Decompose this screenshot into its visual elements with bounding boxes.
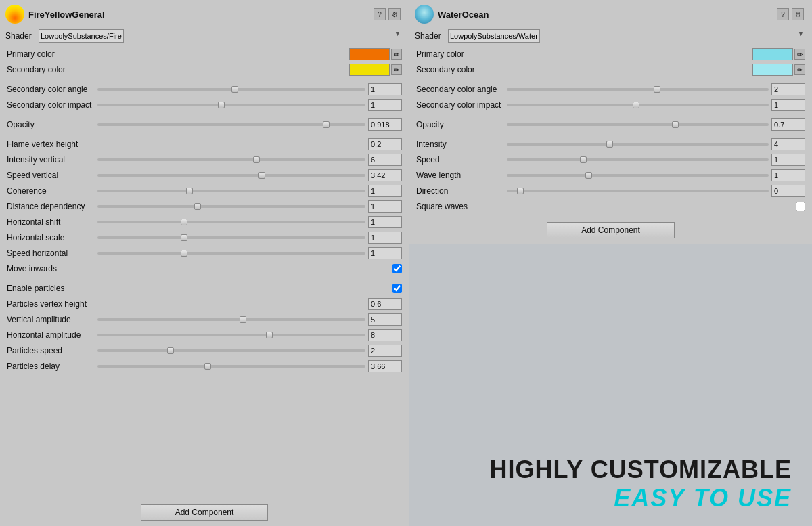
fire-speed-horiz-label: Speed horizontal [7, 248, 95, 258]
water-wavelength-row: Wave length 1 [416, 169, 805, 182]
fire-secondary-color-label: Secondary color [7, 65, 95, 74]
fire-intensity-vert-slider[interactable] [97, 155, 365, 165]
fire-info-icon[interactable]: ? [374, 8, 386, 20]
fire-panel-header: FireYellowGeneral ? ⚙ [3, 3, 406, 26]
water-primary-color-row: Primary color ✏ [416, 47, 805, 61]
fire-sec-impact-value: 1 [368, 99, 402, 111]
fire-speed-vert-slider[interactable] [97, 171, 365, 180]
fire-particles-vertex-value: 0.6 [368, 298, 402, 310]
fire-panel-body: Primary color ✏ Secondary color ✏ Second… [3, 46, 406, 499]
fire-sec-impact-row: Secondary color impact 1 [7, 98, 402, 112]
fire-particles-speed-value: 2 [368, 345, 402, 357]
fire-sec-angle-slider[interactable] [97, 85, 365, 94]
fire-icon [5, 5, 24, 24]
water-shader-row: Shader LowpolySubstances/Water [412, 28, 809, 44]
water-speed-label: Speed [416, 155, 504, 165]
water-sec-angle-slider[interactable] [507, 85, 769, 94]
fire-speed-horiz-row: Speed horizontal 1 [7, 246, 402, 260]
fire-vert-amp-slider[interactable] [97, 315, 365, 324]
fire-particles-delay-slider[interactable] [97, 361, 365, 371]
water-info-icon[interactable]: ? [777, 8, 789, 20]
fire-particles-delay-label: Particles delay [7, 361, 95, 371]
fire-dist-dep-label: Distance dependency [7, 202, 95, 211]
water-primary-pencil[interactable]: ✏ [794, 49, 805, 60]
fire-coherence-row: Coherence 1 [7, 184, 402, 198]
fire-shader-select-wrapper: LowpolySubstances/Fire [39, 29, 403, 43]
fire-horiz-shift-slider[interactable] [97, 217, 365, 227]
fire-particles-speed-label: Particles speed [7, 346, 95, 355]
fire-vert-amp-row: Vertical amplitude 5 [7, 313, 402, 326]
water-panel-body: Primary color ✏ Secondary color ✏ Second… [412, 46, 809, 217]
water-speed-value: 1 [771, 154, 805, 166]
water-opacity-row: Opacity 0.7 [416, 118, 805, 131]
water-panel-header: WaterOcean ? ⚙ [412, 3, 809, 26]
fire-enable-particles-checkbox[interactable] [392, 284, 402, 293]
promo-line2: EASY TO USE [614, 484, 792, 512]
water-sec-angle-value: 2 [771, 83, 805, 95]
fire-horiz-scale-label: Horizontal scale [7, 233, 95, 242]
water-panel: WaterOcean ? ⚙ Shader LowpolySubstances/… [409, 0, 812, 244]
fire-horiz-amp-slider[interactable] [97, 330, 365, 340]
water-direction-label: Direction [416, 186, 504, 196]
fire-speed-horiz-slider[interactable] [97, 248, 365, 258]
water-square-waves-checkbox[interactable] [796, 202, 805, 211]
fire-move-inwards-checkbox[interactable] [392, 264, 402, 273]
fire-primary-color-label: Primary color [7, 49, 95, 59]
fire-primary-color-row: Primary color ✏ [7, 47, 402, 61]
fire-particles-vertex-row: Particles vertex height 0.6 [7, 297, 402, 311]
water-secondary-pencil[interactable]: ✏ [794, 64, 805, 75]
water-panel-title: WaterOcean [438, 9, 777, 20]
fire-enable-particles-row: Enable particles [7, 282, 402, 295]
fire-speed-vert-label: Speed vertical [7, 171, 95, 180]
fire-secondary-swatch[interactable] [349, 64, 390, 76]
fire-particles-delay-value: 3.66 [368, 360, 402, 372]
water-secondary-swatch[interactable] [752, 64, 793, 76]
fire-primary-pencil[interactable]: ✏ [391, 49, 402, 60]
water-intensity-value: 4 [771, 138, 805, 150]
water-direction-slider[interactable] [507, 186, 769, 196]
fire-shader-select[interactable]: LowpolySubstances/Fire [39, 29, 124, 43]
water-direction-row: Direction 0 [416, 184, 805, 198]
fire-sec-angle-value: 1 [368, 83, 402, 95]
fire-primary-swatch[interactable] [349, 48, 390, 60]
fire-sec-angle-label: Secondary color angle [7, 85, 95, 94]
water-opacity-slider[interactable] [507, 120, 769, 129]
water-speed-slider[interactable] [507, 155, 769, 165]
water-square-waves-label: Square waves [416, 202, 504, 211]
water-primary-color-label: Primary color [416, 49, 504, 59]
fire-coherence-label: Coherence [7, 186, 95, 196]
fire-dist-dep-slider[interactable] [97, 202, 365, 211]
fire-sec-impact-label: Secondary color impact [7, 100, 95, 110]
water-speed-row: Speed 1 [416, 153, 805, 167]
fire-speed-horiz-value: 1 [368, 247, 402, 259]
water-intensity-slider[interactable] [507, 139, 769, 149]
water-settings-icon[interactable]: ⚙ [792, 8, 804, 20]
water-primary-swatch[interactable] [752, 48, 793, 60]
fire-settings-icon[interactable]: ⚙ [388, 8, 401, 20]
water-opacity-label: Opacity [416, 120, 504, 129]
fire-flame-vertex-row: Flame vertex height 0.2 [7, 137, 402, 151]
fire-horiz-shift-label: Horizontal shift [7, 217, 95, 227]
fire-horiz-amp-label: Horizontal amplitude [7, 330, 95, 340]
water-shader-select[interactable]: LowpolySubstances/Water [448, 29, 540, 43]
fire-shader-row: Shader LowpolySubstances/Fire [3, 28, 406, 44]
fire-horiz-scale-slider[interactable] [97, 233, 365, 242]
fire-add-component-button[interactable]: Add Component [141, 504, 269, 521]
water-add-btn-row: Add Component [412, 217, 809, 241]
water-sec-impact-slider[interactable] [507, 100, 769, 110]
water-shader-label: Shader [415, 31, 445, 41]
fire-intensity-vert-label: Intensity vertical [7, 155, 95, 165]
fire-opacity-slider[interactable] [97, 120, 365, 129]
fire-sec-impact-slider[interactable] [97, 100, 365, 110]
fire-coherence-slider[interactable] [97, 186, 365, 196]
water-icon [415, 5, 434, 24]
fire-secondary-pencil[interactable]: ✏ [391, 64, 402, 75]
water-intensity-row: Intensity 4 [416, 137, 805, 151]
fire-particles-speed-slider[interactable] [97, 346, 365, 355]
fire-opacity-label: Opacity [7, 120, 95, 129]
fire-horiz-amp-value: 8 [368, 329, 402, 341]
water-add-component-button[interactable]: Add Component [547, 222, 675, 238]
water-wavelength-slider[interactable] [507, 171, 769, 180]
fire-add-btn-row: Add Component [3, 499, 406, 523]
fire-horiz-scale-value: 1 [368, 232, 402, 244]
